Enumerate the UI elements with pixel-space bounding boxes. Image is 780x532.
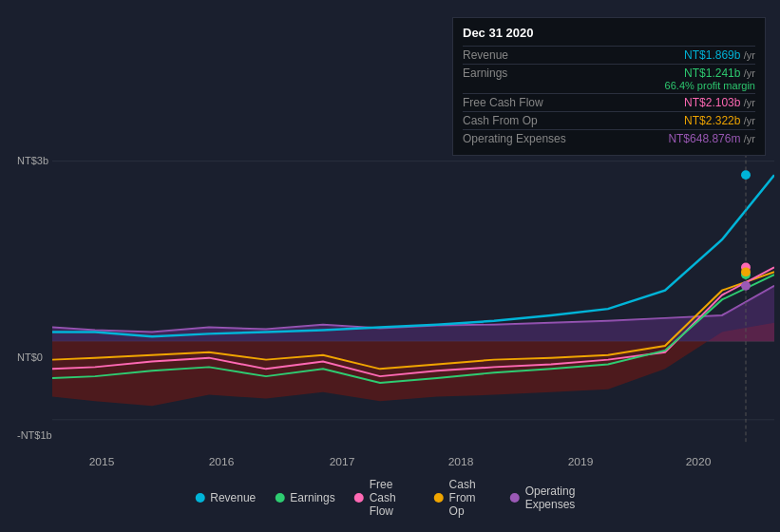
tooltip-title: Dec 31 2020 — [463, 26, 755, 40]
tooltip-value-earnings: NT$1.241b /yr 66.4% profit margin — [665, 66, 755, 91]
x-label-2018: 2018 — [448, 456, 474, 469]
tooltip-label-cashfromop: Cash From Op — [463, 114, 538, 127]
legend-item-opex: Operating Expenses — [510, 484, 585, 511]
x-label-2015: 2015 — [89, 456, 115, 469]
legend-label-revenue: Revenue — [210, 491, 256, 504]
chart-svg: 2015 2016 2017 2018 2019 2020 — [0, 147, 780, 480]
tooltip-label-fcf: Free Cash Flow — [463, 96, 543, 109]
x-label-2017: 2017 — [330, 456, 355, 469]
tooltip-value-fcf: NT$2.103b /yr — [684, 96, 755, 109]
legend-dot-opex — [510, 493, 520, 503]
legend-dot-revenue — [195, 493, 204, 503]
legend-label-earnings: Earnings — [290, 491, 334, 504]
legend-dot-cashfromop — [434, 493, 444, 503]
chart-legend: Revenue Earnings Free Cash Flow Cash Fro… — [195, 478, 585, 518]
legend-dot-earnings — [275, 493, 284, 503]
legend-label-opex: Operating Expenses — [525, 484, 585, 511]
tooltip-label-opex: Operating Expenses — [463, 132, 566, 145]
legend-item-fcf: Free Cash Flow — [354, 478, 415, 518]
opex-fill — [52, 286, 774, 341]
tooltip-row-revenue: Revenue NT$1.869b /yr — [463, 46, 755, 64]
tooltip-label-revenue: Revenue — [463, 48, 508, 62]
tooltip-value-opex: NT$648.876m /yr — [668, 132, 755, 145]
x-label-2016: 2016 — [209, 456, 235, 469]
x-label-2019: 2019 — [568, 456, 594, 469]
revenue-line — [52, 175, 774, 336]
legend-item-cashfromop: Cash From Op — [434, 478, 491, 518]
cashfromop-dot — [741, 267, 751, 276]
legend-item-revenue: Revenue — [195, 491, 256, 504]
data-tooltip: Dec 31 2020 Revenue NT$1.869b /yr Earnin… — [452, 17, 766, 156]
chart-container: 2015 2016 2017 2018 2019 2020 — [0, 147, 780, 480]
svg-rect-0 — [52, 147, 774, 480]
x-label-2020: 2020 — [686, 456, 712, 469]
legend-item-earnings: Earnings — [275, 491, 334, 504]
tooltip-value-revenue: NT$1.869b /yr — [684, 48, 755, 62]
tooltip-row-earnings: Earnings NT$1.241b /yr 66.4% profit marg… — [463, 64, 755, 93]
tooltip-value-cashfromop: NT$2.322b /yr — [684, 114, 755, 127]
legend-label-fcf: Free Cash Flow — [370, 478, 415, 518]
legend-label-cashfromop: Cash From Op — [449, 478, 491, 518]
tooltip-label-earnings: Earnings — [463, 66, 507, 80]
legend-dot-fcf — [354, 493, 364, 503]
revenue-dot — [741, 170, 751, 180]
tooltip-row-opex: Operating Expenses NT$648.876m /yr — [463, 129, 755, 147]
opex-dot — [741, 281, 751, 291]
tooltip-row-cashfromop: Cash From Op NT$2.322b /yr — [463, 111, 755, 129]
tooltip-row-fcf: Free Cash Flow NT$2.103b /yr — [463, 93, 755, 111]
